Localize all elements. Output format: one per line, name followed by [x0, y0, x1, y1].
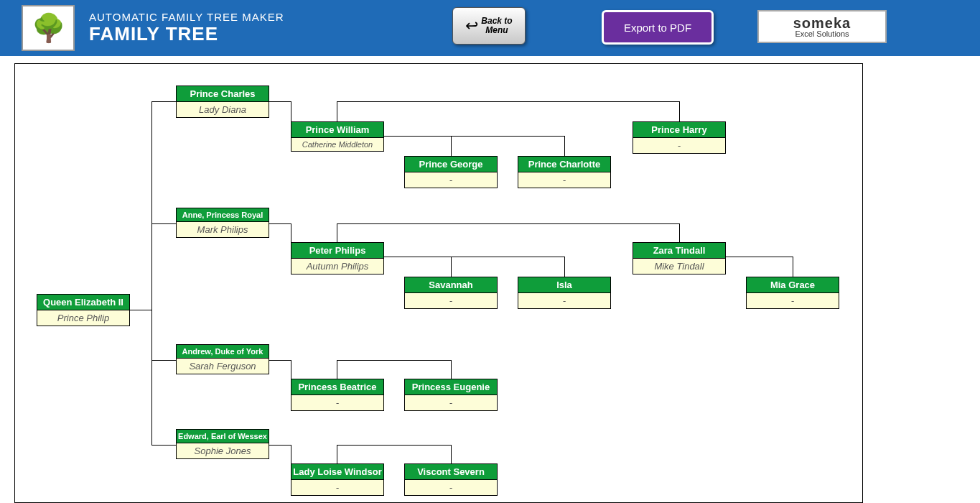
node-name: Prince Harry — [633, 121, 726, 138]
back-to-menu-button[interactable]: ↩ Back toMenu — [452, 7, 526, 45]
header-title: FAMILY TREE — [89, 23, 284, 45]
node-name: Prince William — [291, 121, 384, 138]
node-spouse: Lady Diana — [176, 102, 269, 118]
node-name: Mia Grace — [746, 277, 839, 293]
node-name: Prince Charles — [176, 86, 269, 102]
node-name: Andrew, Duke of York — [176, 344, 269, 359]
node-grandchild: Prince Harry - — [633, 121, 726, 154]
node-spouse: - — [291, 395, 384, 411]
node-greatgrandchild: Mia Grace - — [746, 277, 839, 309]
node-spouse: - — [404, 480, 498, 496]
node-name: Prince George — [404, 156, 498, 172]
node-spouse: - — [404, 172, 498, 188]
node-name: Viscont Severn — [404, 463, 498, 480]
node-name: Edward, Earl of Wessex — [176, 429, 269, 443]
brand-logo: someka Excel Solutions — [757, 10, 887, 43]
node-name: Anne, Princess Royal — [176, 208, 269, 222]
node-greatgrandchild: Prince George - — [404, 156, 498, 188]
node-spouse: - — [291, 480, 384, 496]
node-greatgrandchild: Savannah - — [404, 277, 498, 309]
node-spouse: Sarah Ferguson — [176, 359, 269, 374]
export-pdf-button[interactable]: Export to PDF — [602, 10, 714, 45]
node-grandchild: Princess Beatrice - — [291, 379, 384, 411]
tree-icon: 🌳 — [32, 14, 65, 42]
app-header: 🌳 AUTOMATIC FAMILY TREE MAKER FAMILY TRE… — [0, 0, 980, 56]
node-grandchild: Prince William Catherine Middleton — [291, 121, 384, 152]
node-name: Savannah — [404, 277, 498, 293]
node-grandchild: Peter Philips Autumn Philips — [291, 242, 384, 274]
node-spouse: Mike Tindall — [633, 259, 726, 274]
node-grandchild: Lady Loise Windsor - — [291, 463, 384, 496]
node-grandchild: Viscont Severn - — [404, 463, 498, 496]
node-spouse: - — [518, 293, 611, 309]
node-greatgrandchild: Prince Charlotte - — [518, 156, 611, 188]
node-name: Zara Tindall — [633, 242, 726, 259]
node-spouse: Autumn Philips — [291, 259, 384, 274]
node-root: Queen Elizabeth II Prince Philip — [37, 294, 130, 326]
node-spouse: Catherine Middleton — [291, 138, 384, 152]
node-name: Queen Elizabeth II — [37, 294, 130, 310]
node-spouse: - — [518, 172, 611, 188]
brand-tagline: Excel Solutions — [795, 29, 849, 38]
node-name: Prince Charlotte — [518, 156, 611, 172]
node-greatgrandchild: Isla - — [518, 277, 611, 309]
node-spouse: - — [404, 395, 498, 411]
header-subtitle: AUTOMATIC FAMILY TREE MAKER — [89, 11, 284, 23]
node-name: Princess Eugenie — [404, 379, 498, 395]
node-spouse: Prince Philip — [37, 310, 130, 326]
node-grandchild: Zara Tindall Mike Tindall — [633, 242, 726, 274]
app-logo: 🌳 — [22, 5, 75, 51]
node-child: Edward, Earl of Wessex Sophie Jones — [176, 429, 269, 459]
node-spouse: Sophie Jones — [176, 443, 269, 459]
node-grandchild: Princess Eugenie - — [404, 379, 498, 411]
family-tree-canvas: Queen Elizabeth II Prince Philip Prince … — [14, 63, 863, 503]
node-name: Peter Philips — [291, 242, 384, 259]
back-button-label: Back toMenu — [481, 17, 512, 35]
node-name: Lady Loise Windsor — [291, 463, 384, 480]
node-spouse: Mark Philips — [176, 222, 269, 238]
export-button-label: Export to PDF — [624, 22, 691, 34]
node-spouse: - — [404, 293, 498, 309]
node-spouse: - — [633, 138, 726, 154]
node-name: Princess Beatrice — [291, 379, 384, 395]
header-titles: AUTOMATIC FAMILY TREE MAKER FAMILY TREE — [89, 11, 284, 45]
node-child: Anne, Princess Royal Mark Philips — [176, 208, 269, 238]
node-name: Isla — [518, 277, 611, 293]
node-child: Prince Charles Lady Diana — [176, 86, 269, 118]
node-spouse: - — [746, 293, 839, 309]
back-arrow-icon: ↩ — [465, 17, 478, 35]
node-child: Andrew, Duke of York Sarah Ferguson — [176, 344, 269, 374]
